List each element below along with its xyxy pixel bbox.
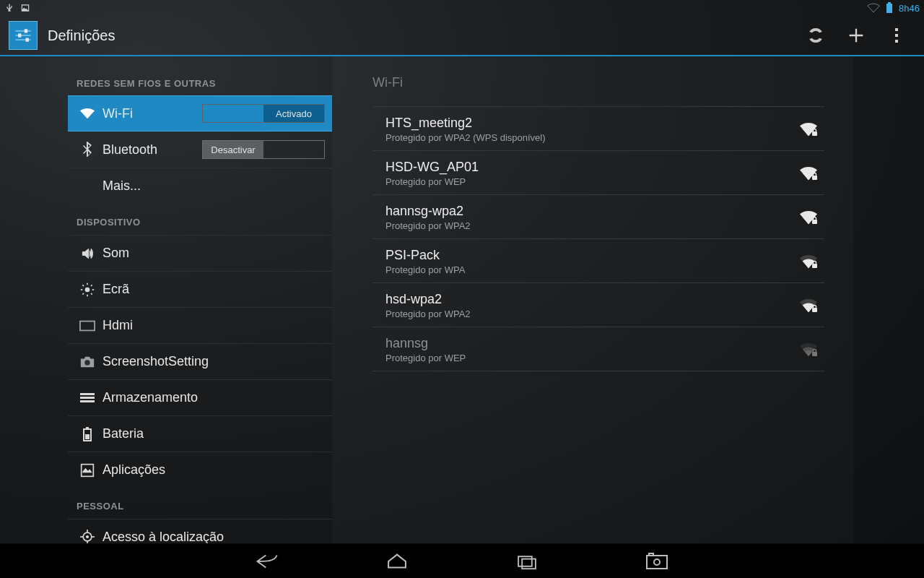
system-nav-bar (0, 543, 924, 578)
settings-app-icon (9, 21, 38, 50)
svg-point-21 (84, 360, 90, 365)
wifi-network-row[interactable]: hannsg Protegido por WEP (372, 327, 824, 371)
battery-icon (77, 427, 98, 441)
sidebar-item-battery[interactable]: Bateria (68, 415, 332, 452)
sidebar-item-display[interactable]: Ecrã (68, 271, 332, 307)
location-icon (77, 530, 98, 543)
wifi-security: Protegido por WPA (385, 264, 793, 275)
usb-icon (4, 3, 14, 13)
wifi-ssid: HTS_meeting2 (385, 116, 793, 131)
wifi-network-row[interactable]: hannsg-wpa2 Protegido por WPA2 (372, 194, 824, 238)
svg-rect-23 (80, 397, 95, 399)
bluetooth-toggle[interactable]: Desactivar (202, 140, 325, 159)
wifi-security: Protegido por WEP (385, 176, 793, 187)
svg-rect-9 (895, 34, 898, 37)
svg-rect-26 (86, 427, 89, 429)
wifi-signal-icon (867, 3, 880, 13)
sidebar-item-hdmi[interactable]: Hdmi (68, 307, 332, 343)
sidebar-item-location[interactable]: Acesso à localização (68, 519, 332, 543)
svg-rect-45 (649, 553, 653, 556)
sidebar-item-label: Acesso à localização (103, 530, 325, 544)
wifi-ssid: PSI-Pack (385, 248, 793, 263)
sidebar-item-label: Ecrã (103, 282, 325, 297)
wifi-security: Protegido por WPA2 (WPS disponível) (385, 132, 793, 143)
svg-line-18 (82, 293, 84, 295)
storage-icon (77, 392, 98, 404)
add-network-button[interactable] (836, 15, 876, 56)
wifi-ssid: hannsg-wpa2 (385, 204, 793, 219)
wifi-toggle[interactable]: Activado (202, 104, 325, 123)
sidebar-item-apps[interactable]: Aplicações (68, 452, 332, 488)
back-button[interactable] (245, 547, 289, 576)
svg-line-16 (82, 285, 84, 286)
sound-icon (77, 246, 98, 261)
wifi-signal-icon (793, 121, 824, 137)
wifi-ssid: hsd-wpa2 (385, 292, 793, 307)
wifi-signal-icon (793, 210, 824, 225)
settings-sidebar: REDES SEM FIOS E OUTRAS Wi-Fi Activado B… (68, 56, 332, 543)
sidebar-item-label: Bateria (103, 426, 325, 441)
svg-rect-36 (812, 176, 817, 180)
recents-button[interactable] (505, 547, 549, 576)
wps-button[interactable] (796, 15, 836, 56)
overflow-menu-button[interactable] (876, 15, 917, 56)
wifi-security: Protegido por WPA2 (385, 220, 793, 231)
svg-rect-40 (812, 352, 817, 356)
sidebar-item-label: Som (103, 246, 325, 261)
sidebar-item-screenshot[interactable]: ScreenshotSetting (68, 343, 332, 379)
hdmi-icon (77, 320, 98, 332)
sidebar-item-storage[interactable]: Armazenamento (68, 379, 332, 415)
sidebar-item-label: Hdmi (103, 318, 325, 333)
section-wireless: REDES SEM FIOS E OUTRAS (68, 56, 332, 96)
svg-rect-5 (25, 29, 27, 33)
svg-line-19 (91, 285, 92, 286)
sidebar-item-label: Armazenamento (103, 390, 325, 405)
sidebar-item-label: Aplicações (103, 462, 325, 478)
sidebar-item-sound[interactable]: Som (68, 235, 332, 271)
svg-rect-10 (895, 40, 898, 43)
detail-title: Wi-Fi (332, 56, 853, 106)
section-personal: PESSOAL (68, 488, 332, 519)
sidebar-item-label: ScreenshotSetting (103, 354, 325, 369)
svg-rect-43 (647, 556, 667, 569)
svg-rect-6 (18, 33, 21, 37)
apps-icon (77, 463, 98, 478)
wifi-network-row[interactable]: hsd-wpa2 Protegido por WPA2 (372, 282, 824, 327)
svg-rect-41 (518, 556, 532, 566)
wifi-ssid: hannsg (385, 336, 793, 351)
svg-point-44 (654, 559, 660, 565)
action-bar: Definições (0, 16, 924, 56)
home-button[interactable] (375, 547, 419, 576)
svg-rect-0 (886, 4, 892, 13)
svg-point-30 (86, 535, 89, 538)
wifi-signal-icon (793, 298, 824, 314)
wifi-signal-icon (793, 342, 824, 358)
camera-icon (77, 355, 98, 368)
sidebar-item-label: Wi-Fi (103, 106, 202, 121)
wifi-network-row[interactable]: HSD-WG_AP01 Protegido por WEP (372, 150, 824, 194)
sidebar-item-bluetooth[interactable]: Bluetooth Desactivar (68, 131, 332, 168)
wifi-icon (77, 107, 98, 120)
wifi-signal-icon (793, 254, 824, 269)
wifi-network-row[interactable]: HTS_meeting2 Protegido por WPA2 (WPS dis… (372, 106, 824, 150)
screenshot-button[interactable] (635, 547, 679, 576)
svg-rect-27 (85, 434, 90, 439)
battery-icon (886, 2, 893, 14)
svg-rect-7 (26, 38, 29, 42)
sidebar-item-wifi[interactable]: Wi-Fi Activado (68, 95, 332, 131)
sidebar-item-label: Mais... (103, 178, 325, 194)
svg-rect-38 (812, 264, 817, 268)
svg-rect-20 (80, 321, 95, 330)
svg-point-11 (85, 287, 90, 292)
wifi-signal-icon (793, 165, 824, 181)
wifi-detail-pane: Wi-Fi HTS_meeting2 Protegido por WPA2 (W… (332, 56, 853, 543)
wifi-network-row[interactable]: PSI-Pack Protegido por WPA (372, 238, 824, 282)
svg-rect-42 (522, 558, 536, 569)
wifi-ssid: HSD-WG_AP01 (385, 160, 793, 175)
sidebar-item-more[interactable]: Mais... (68, 168, 332, 204)
svg-rect-39 (812, 308, 817, 312)
svg-rect-22 (80, 393, 95, 395)
bluetooth-icon (77, 142, 98, 158)
svg-rect-8 (895, 28, 898, 31)
wifi-security: Protegido por WPA2 (385, 309, 793, 319)
